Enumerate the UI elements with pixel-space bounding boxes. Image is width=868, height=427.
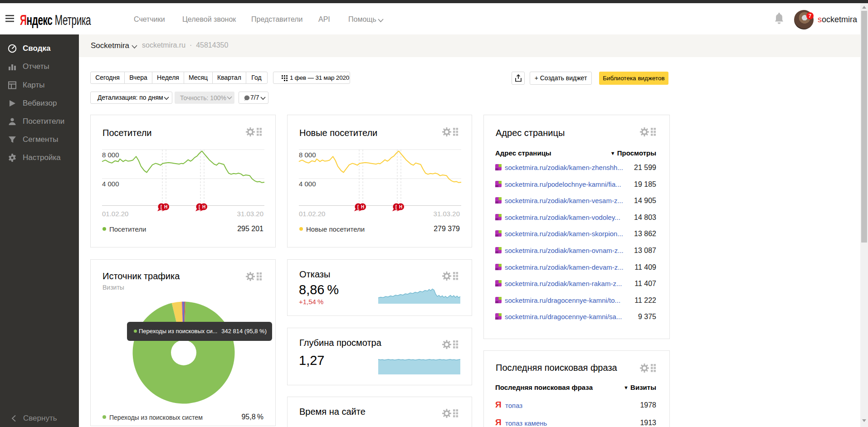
svg-text:Н: Н	[399, 204, 402, 209]
svg-text:Н: Н	[164, 204, 167, 209]
svg-text:Н: Н	[202, 204, 205, 209]
svg-text:Н: Н	[361, 204, 364, 209]
